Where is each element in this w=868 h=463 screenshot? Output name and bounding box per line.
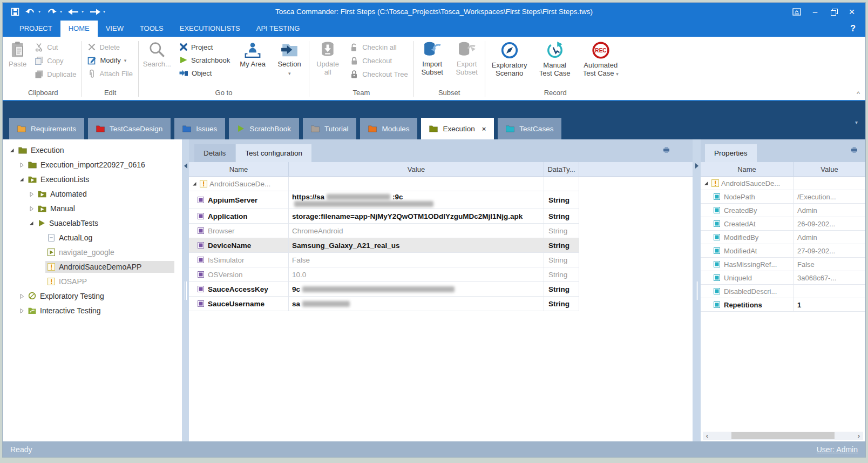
expander-open-icon[interactable] [191, 180, 198, 187]
property-row[interactable]: CreatedByAdmin [701, 204, 865, 217]
delete-button[interactable]: Delete [84, 42, 136, 52]
config-row[interactable]: BrowserChromeAndroidString [189, 224, 579, 238]
collapse-right-panel-icon[interactable] [695, 163, 699, 169]
column-header-name[interactable]: Name [189, 162, 289, 176]
properties-hscrollbar[interactable]: ‹ › [703, 432, 863, 440]
search-button[interactable]: Search... [140, 39, 174, 70]
forward-dropdown-icon[interactable]: ▾ [103, 9, 109, 14]
tab-details[interactable]: Details [194, 144, 235, 162]
pin-icon[interactable] [662, 146, 671, 156]
forward-icon[interactable] [88, 5, 102, 18]
doc-tab-requirements[interactable]: Requirements [9, 118, 84, 139]
expander-closed-icon[interactable] [17, 162, 26, 168]
goto-scratchbook-button[interactable]: Scratchbook [175, 55, 234, 65]
property-value-cell[interactable]: 3a068c67-... [794, 271, 865, 284]
goto-project-button[interactable]: Project [175, 42, 234, 52]
help-icon[interactable]: ? [850, 21, 856, 37]
section-dropdown-icon[interactable]: ▾ [288, 70, 291, 78]
tree-item[interactable]: ExecutionLists [3, 172, 182, 186]
tree-item[interactable]: Execution_import220927_0616 [3, 157, 182, 172]
tab-view[interactable]: VIEW [98, 21, 132, 37]
tree-item[interactable]: navigate_google [3, 245, 182, 259]
checkout-button[interactable]: Checkout [346, 55, 412, 66]
expander-closed-icon[interactable] [26, 205, 36, 212]
property-value-cell[interactable]: 1 [794, 298, 865, 311]
user-link[interactable]: User: Admin [817, 445, 858, 454]
modify-button[interactable]: Modify ▾ [84, 55, 136, 66]
collapse-left-panel-icon[interactable] [184, 163, 187, 169]
property-row[interactable]: Repetitions1 [701, 298, 865, 312]
properties-splitter[interactable] [693, 139, 701, 441]
update-all-button[interactable]: Update all [311, 39, 344, 78]
parameter-value-cell[interactable]: https://sa:9c [289, 191, 544, 209]
tree-item[interactable]: AndroidSauceDemoAPP [3, 259, 182, 274]
parameter-value-cell[interactable]: storage:filename=app-NjMyY2QwOTM1ODdlYzg… [289, 209, 544, 223]
expander-closed-icon[interactable] [17, 307, 26, 314]
exploratory-scenario-button[interactable]: Exploratory Scenario [487, 39, 532, 79]
tab-properties[interactable]: Properties [705, 144, 757, 162]
column-header-datatype[interactable]: DataTy... [544, 162, 579, 176]
tab-executionlists[interactable]: EXECUTIONLISTS [172, 21, 248, 37]
goto-object-button[interactable]: Object [175, 68, 234, 78]
parameter-value-cell[interactable]: Samsung_Galaxy_A21_real_us [289, 238, 544, 252]
checkout-tree-button[interactable]: Checkout Tree [346, 69, 412, 80]
tab-list-dropdown-icon[interactable]: ▾ [855, 119, 858, 125]
tab-project[interactable]: PROJECT [11, 21, 60, 37]
parameter-value-cell[interactable] [289, 177, 544, 191]
doc-tab-testcases[interactable]: TestCases [498, 118, 561, 139]
restore-icon[interactable] [825, 5, 842, 18]
property-value-cell[interactable]: /Execution... [794, 190, 865, 203]
copy-button[interactable]: Copy [31, 55, 80, 66]
scroll-left-icon[interactable]: ‹ [703, 432, 711, 440]
parameter-value-cell[interactable]: sa [289, 297, 544, 311]
property-row[interactable]: NodePath/Execution... [701, 190, 865, 204]
tree-splitter[interactable] [182, 139, 189, 441]
import-subset-button[interactable]: Import Subset [416, 39, 449, 78]
property-value-cell[interactable]: 27-09-202... [794, 244, 865, 257]
automated-test-case-dropdown-icon[interactable]: ▾ [616, 71, 619, 77]
redo-dropdown-icon[interactable]: ▾ [60, 9, 65, 14]
tab-api-testing[interactable]: API TESTING [248, 21, 308, 37]
tab-test-configuration[interactable]: Test configuration [236, 144, 311, 162]
doc-tab-execution[interactable]: Execution× [421, 118, 494, 139]
cut-button[interactable]: Cut [31, 42, 80, 53]
back-icon[interactable] [66, 5, 80, 18]
property-value-cell[interactable]: False [794, 258, 865, 271]
property-row[interactable]: CreatedAt26-09-202... [701, 217, 865, 231]
column-header-value[interactable]: Value [289, 162, 544, 176]
property-row[interactable]: HasMissingRef...False [701, 258, 865, 271]
section-button[interactable]: Section ▾ [272, 39, 307, 79]
parameter-value-cell[interactable]: 9c [289, 282, 544, 296]
undo-dropdown-icon[interactable]: ▾ [38, 9, 44, 14]
tree-item[interactable]: Exploratory Testing [3, 288, 182, 303]
config-row[interactable]: Applicationstorage:filename=app-NjMyY2Qw… [189, 209, 579, 224]
property-value-cell[interactable]: Admin [794, 204, 865, 217]
parameter-value-cell[interactable]: ChromeAndroid [289, 224, 544, 238]
tree-item[interactable]: Manual [3, 201, 182, 216]
close-icon[interactable]: × [844, 5, 860, 18]
property-value-cell[interactable]: Admin [794, 231, 865, 244]
expander-closed-icon[interactable] [17, 293, 26, 299]
tree-item[interactable]: ActualLog [3, 230, 182, 245]
expander-open-icon[interactable] [26, 220, 36, 226]
property-row[interactable]: UniqueId3a068c67-... [701, 271, 865, 285]
property-row[interactable]: AndroidSauceDe... [701, 177, 865, 190]
config-row[interactable]: AndroidSauceDe... [189, 177, 579, 191]
tree-item[interactable]: SuacelabTests [3, 216, 182, 230]
tab-home[interactable]: HOME [60, 21, 98, 37]
modify-dropdown-icon[interactable]: ▾ [124, 58, 127, 63]
export-subset-button[interactable]: Export Subset [451, 39, 483, 78]
collapse-ribbon-icon[interactable]: ^ [857, 90, 860, 98]
duplicate-button[interactable]: Duplicate [31, 69, 80, 80]
expander-open-icon[interactable] [703, 180, 709, 186]
redo-icon[interactable] [45, 5, 59, 18]
properties-pin-icon[interactable] [850, 146, 859, 156]
property-row[interactable]: ModifiedByAdmin [701, 231, 865, 244]
scrollbar-thumb[interactable] [731, 432, 835, 439]
tree-item[interactable]: Execution [3, 143, 182, 157]
config-row[interactable]: OSVersion10.0String [189, 267, 579, 282]
close-tab-icon[interactable]: × [482, 125, 486, 133]
tab-tools[interactable]: TOOLS [132, 21, 172, 37]
property-row[interactable]: DisabledDescri... [701, 285, 865, 298]
manual-test-case-button[interactable]: Manual Test Case [534, 39, 576, 79]
